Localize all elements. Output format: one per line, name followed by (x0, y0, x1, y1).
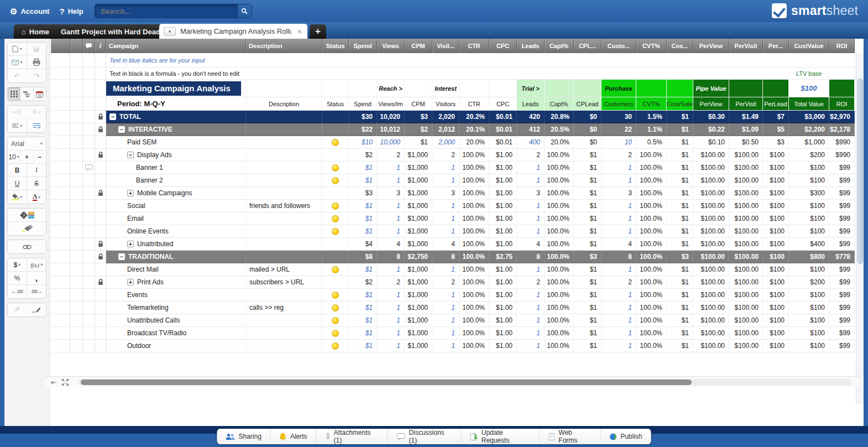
cell-roi[interactable]: $99 (829, 302, 855, 314)
row-comment-cell[interactable] (83, 123, 95, 136)
cell-visit[interactable]: 8 (432, 251, 459, 263)
status-cell[interactable] (322, 263, 349, 276)
period-row-cell-per[interactable]: PerLead (763, 97, 789, 111)
cell-ctr[interactable]: 100.0% (459, 238, 489, 251)
cell-leads[interactable]: 2 (517, 276, 545, 289)
cell-per[interactable]: $100 (763, 162, 789, 174)
row-number-cell[interactable] (51, 174, 70, 187)
row-action-cell[interactable] (70, 289, 83, 302)
cell-cpm[interactable]: $1,000 (405, 276, 432, 289)
cell-roi[interactable]: $2,970 (829, 111, 855, 123)
cell-capt[interactable]: 100.0% (545, 327, 574, 340)
title-row-cell-campaign[interactable]: Marketing Campaign Analysis (106, 80, 246, 97)
cell-views[interactable]: 1 (377, 314, 405, 327)
cell-custo[interactable]: 2 (602, 276, 636, 289)
cell-views[interactable]: 1 (377, 212, 405, 225)
cell-cos[interactable]: $1 (667, 149, 693, 162)
description-cell[interactable] (246, 327, 322, 340)
gutter-action[interactable] (70, 53, 83, 67)
row-lock-cell[interactable] (95, 251, 106, 263)
cell-custo[interactable]: 1 (602, 225, 636, 238)
cell-spend[interactable]: $1 (349, 263, 377, 276)
cell-spend[interactable]: $10 (349, 136, 377, 149)
campaign-cell[interactable]: Telemarketing (106, 302, 246, 314)
row-number-cell[interactable] (51, 251, 70, 263)
cell-ctr[interactable]: 100.0% (459, 263, 489, 276)
cell-spend[interactable]: $1 (349, 212, 377, 225)
cell-cpm[interactable]: $1,000 (405, 302, 432, 314)
cell-cos[interactable]: $1 (667, 327, 693, 340)
cell-spend[interactable]: $22 (349, 123, 377, 136)
search-box[interactable] (95, 4, 252, 18)
cell-capt[interactable]: 100.0% (545, 162, 574, 174)
cell-pervisit[interactable]: $100.00 (729, 212, 763, 225)
cell-perview[interactable]: $0.10 (693, 136, 729, 149)
save-button[interactable] (27, 43, 46, 56)
cell-blank[interactable] (829, 67, 855, 80)
cell-visit[interactable]: 2 (432, 276, 459, 289)
cell-custo[interactable]: 1 (602, 174, 636, 187)
cell-cvt[interactable]: 100.0% (636, 327, 667, 340)
cell-views[interactable]: 1 (377, 162, 405, 174)
cell-cos[interactable]: $1 (667, 162, 693, 174)
cell-custo[interactable]: 4 (602, 238, 636, 251)
cell-capt[interactable]: 20.0% (545, 136, 574, 149)
cell-spend[interactable]: $1 (349, 162, 377, 174)
campaign-cell[interactable]: Online Events (106, 225, 246, 238)
cell-capt[interactable]: 100.0% (545, 340, 574, 352)
cell-leads[interactable]: 1 (517, 327, 545, 340)
cell-custvalue[interactable]: $800 (789, 251, 829, 263)
cell-visit[interactable]: 1 (432, 289, 459, 302)
cell-ctr[interactable]: 100.0% (459, 251, 489, 263)
cell-views[interactable]: 1 (377, 289, 405, 302)
gutter-rownum[interactable] (51, 97, 70, 111)
feature-discussions-1-[interactable]: Discussions (1) (388, 429, 462, 444)
cell-cvt[interactable]: 100.0% (636, 225, 667, 238)
cell-custvalue[interactable]: $300 (789, 187, 829, 200)
row-number-cell[interactable] (51, 136, 70, 149)
column-header-cos[interactable]: Cos... (667, 39, 693, 53)
cell-ctr[interactable]: 100.0% (459, 327, 489, 340)
decrease-font-button[interactable]: − (34, 150, 46, 164)
row-comment-cell[interactable] (83, 187, 95, 200)
cell-custvalue[interactable]: $100 (789, 327, 829, 340)
row-action-cell[interactable] (70, 276, 83, 289)
gutter-action[interactable] (70, 97, 83, 111)
status-cell[interactable] (322, 302, 349, 314)
campaign-cell[interactable]: −INTERACTIVE (106, 123, 246, 136)
cell-cos[interactable]: $1 (667, 302, 693, 314)
info-column-header[interactable]: i (95, 39, 106, 53)
cell-pervisit[interactable]: $100.00 (729, 276, 763, 289)
gutter-info[interactable] (95, 80, 106, 97)
cell-visit[interactable]: 1 (432, 340, 459, 352)
cell-cpc[interactable]: $1.00 (489, 340, 517, 352)
period-row-cell-views[interactable]: Views/Im (377, 97, 405, 111)
cell-views[interactable]: 1 (377, 174, 405, 187)
cell-custo[interactable]: 1 (602, 162, 636, 174)
row-number-cell[interactable] (51, 340, 70, 352)
cell-ctr[interactable]: 20.1% (459, 123, 489, 136)
cell-ctr[interactable]: 100.0% (459, 212, 489, 225)
cell-visit[interactable]: 2 (432, 149, 459, 162)
cell-custvalue[interactable]: $200 (789, 149, 829, 162)
cell-cpc[interactable]: $0.01 (489, 111, 517, 123)
cell-pervisit[interactable]: $100.00 (729, 302, 763, 314)
cell-cpc[interactable]: $1.00 (489, 225, 517, 238)
column-header-cvt[interactable]: CVT% (636, 39, 667, 53)
cell-note-black[interactable]: Text in black is a formula - you don't n… (106, 67, 789, 80)
cell-per[interactable]: $5 (763, 123, 789, 136)
cell-spend[interactable]: $1 (349, 327, 377, 340)
cell-views[interactable]: 8 (377, 251, 405, 263)
row-number-cell[interactable] (51, 162, 70, 174)
cell-cvt[interactable]: 100.0% (636, 302, 667, 314)
period-row-cell-pervisit[interactable]: PerVisit (729, 97, 763, 111)
cell-cpm[interactable]: $1,000 (405, 327, 432, 340)
row-number-cell[interactable] (51, 302, 70, 314)
cell-per[interactable]: $100 (763, 251, 789, 263)
status-cell[interactable] (322, 212, 349, 225)
cell-capt[interactable]: 100.0% (545, 149, 574, 162)
redo-button[interactable]: ↷ (27, 69, 46, 82)
cell-cvt[interactable]: 100.0% (636, 212, 667, 225)
cell-cpl[interactable]: $1 (574, 162, 602, 174)
gantt-view-button[interactable] (20, 87, 33, 101)
